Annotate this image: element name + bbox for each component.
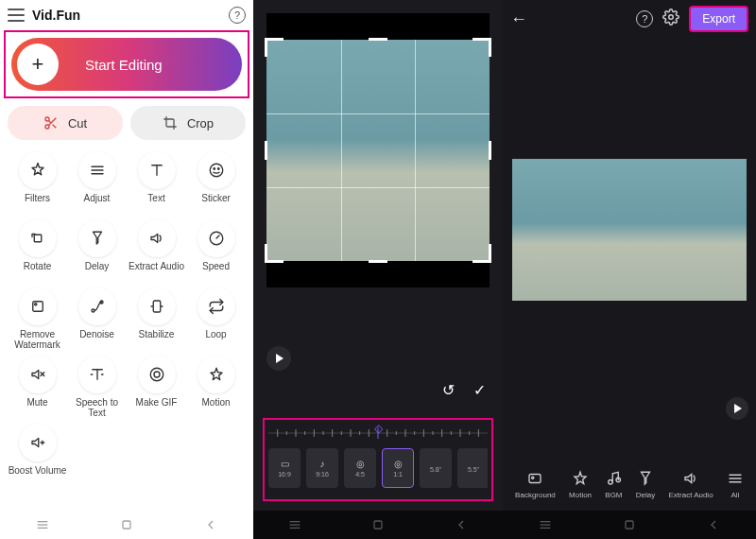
svg-point-46	[669, 15, 674, 20]
btool-extract-audio[interactable]: Extract Audio	[668, 470, 713, 499]
tool-mute[interactable]: Mute	[8, 356, 67, 418]
tool-speech-to-text[interactable]: Speech to Text	[67, 356, 127, 418]
reset-icon[interactable]: ↺	[442, 381, 455, 399]
panel-right: ← ? Export BackgroundMotionBGMDelayExtra…	[503, 0, 756, 511]
tool-stabilize[interactable]: Stabilize	[127, 287, 186, 350]
tool-motion[interactable]: Motion	[186, 356, 246, 418]
menu-icon[interactable]	[8, 9, 25, 22]
svg-point-9	[214, 168, 215, 170]
tool-make-gif[interactable]: Make GIF	[127, 356, 186, 418]
delay-icon	[637, 470, 654, 487]
tool-label: Adjust	[84, 193, 111, 214]
tab-crop-label: Crop	[187, 116, 214, 130]
denoise-icon	[78, 287, 116, 325]
btool-motion[interactable]: Motion	[569, 470, 592, 499]
make-gif-icon	[138, 356, 176, 393]
btool-bgm[interactable]: BGM	[605, 470, 622, 499]
play-button[interactable]	[726, 397, 748, 420]
help-icon[interactable]: ?	[229, 7, 246, 24]
svg-point-10	[217, 168, 219, 170]
nav-back-icon[interactable]	[454, 517, 469, 532]
tab-crop[interactable]: Crop	[130, 106, 246, 140]
aspect-label: 5.5"	[468, 466, 479, 473]
start-editing-label: Start Editing	[85, 57, 163, 73]
export-button[interactable]: Export	[689, 6, 748, 32]
aspect-11[interactable]: ◎1:1	[382, 448, 414, 488]
start-editing-button[interactable]: + Start Editing	[11, 38, 242, 91]
back-icon[interactable]: ←	[510, 9, 527, 29]
scissors-icon	[43, 115, 59, 130]
tool-label: Make GIF	[136, 397, 178, 418]
tab-cut[interactable]: Cut	[8, 106, 123, 140]
aspect-icon: ♪	[320, 459, 325, 469]
speed-icon	[198, 219, 235, 257]
extract-audio-icon	[138, 219, 176, 257]
tool-label: Speech to Text	[67, 397, 127, 418]
filters-icon	[19, 151, 57, 189]
aspect-icon: ▭	[281, 459, 289, 469]
background-icon	[526, 470, 543, 487]
help-icon[interactable]: ?	[636, 10, 653, 27]
tool-extract-audio[interactable]: Extract Audio	[127, 219, 186, 282]
aspect-label: 4:5	[355, 471, 365, 478]
aspect-label: 1:1	[393, 471, 403, 478]
aspect-58[interactable]: 5.8"	[420, 448, 452, 488]
mute-icon	[19, 356, 57, 393]
btool-label: Motion	[569, 491, 592, 499]
svg-point-0	[45, 117, 49, 121]
nav-home-icon[interactable]	[370, 517, 386, 532]
tool-label: Stabilize	[139, 329, 175, 350]
adjust-icon	[78, 151, 116, 189]
tool-filters[interactable]: Filters	[8, 151, 67, 214]
tool-denoise[interactable]: Denoise	[67, 287, 127, 350]
btool-all[interactable]: All	[727, 470, 744, 499]
tool-label: Extract Audio	[129, 261, 184, 282]
aspect-169[interactable]: ▭16:9	[268, 448, 301, 488]
tool-label: Filters	[25, 193, 50, 214]
tool-speed[interactable]: Speed	[186, 219, 246, 282]
nav-recent-icon[interactable]	[538, 517, 553, 532]
aspect-highlight: ◇ ▭16:9♪9:16◎4:5◎1:15.8"5.5"3:4	[263, 418, 493, 501]
nav-recent-icon[interactable]	[287, 517, 302, 532]
tool-delay[interactable]: Delay	[67, 219, 127, 282]
btool-delay[interactable]: Delay	[636, 470, 655, 499]
rotate-icon	[19, 219, 57, 257]
play-button[interactable]	[266, 346, 291, 371]
svg-line-3	[53, 125, 57, 129]
nav-home-icon[interactable]	[119, 517, 134, 532]
tool-rotate[interactable]: Rotate	[8, 219, 67, 282]
tool-label: Mute	[26, 397, 47, 418]
tool-adjust[interactable]: Adjust	[67, 151, 127, 214]
confirm-icon[interactable]: ✓	[473, 381, 486, 399]
tool-loop[interactable]: Loop	[186, 287, 246, 350]
nav-recent-icon[interactable]	[35, 517, 50, 532]
aspect-45[interactable]: ◎4:5	[344, 448, 376, 488]
nav-home-icon[interactable]	[622, 517, 637, 532]
nav-back-icon[interactable]	[203, 517, 218, 532]
speech-to-text-icon	[78, 356, 116, 393]
settings-icon[interactable]	[662, 9, 679, 29]
timeline-ruler[interactable]: ◇	[268, 426, 488, 441]
svg-point-48	[532, 477, 534, 478]
svg-point-8	[210, 164, 223, 177]
play-icon	[276, 354, 284, 363]
svg-point-1	[45, 125, 49, 129]
video-preview	[512, 159, 747, 301]
tool-label: Motion	[201, 397, 230, 418]
aspect-55[interactable]: 5.5"	[457, 448, 488, 488]
tool-boost-volume[interactable]: Boost Volume	[8, 424, 67, 486]
playhead-icon[interactable]: ◇	[374, 422, 383, 435]
crop-preview[interactable]	[266, 13, 490, 287]
tool-label: Speed	[202, 261, 230, 282]
tool-label: Rotate	[24, 261, 51, 282]
app-title: Vid.Fun	[32, 8, 221, 23]
extract-audio-icon	[682, 470, 699, 487]
tool-text[interactable]: Text	[127, 151, 186, 214]
aspect-916[interactable]: ♪9:16	[306, 448, 338, 488]
svg-rect-61	[374, 521, 382, 529]
nav-back-icon[interactable]	[706, 517, 721, 532]
tool-remove-watermark[interactable]: Remove Watermark	[8, 287, 67, 350]
btool-background[interactable]: Background	[515, 470, 556, 499]
tab-cut-label: Cut	[68, 116, 87, 130]
tool-sticker[interactable]: Sticker	[186, 151, 246, 214]
